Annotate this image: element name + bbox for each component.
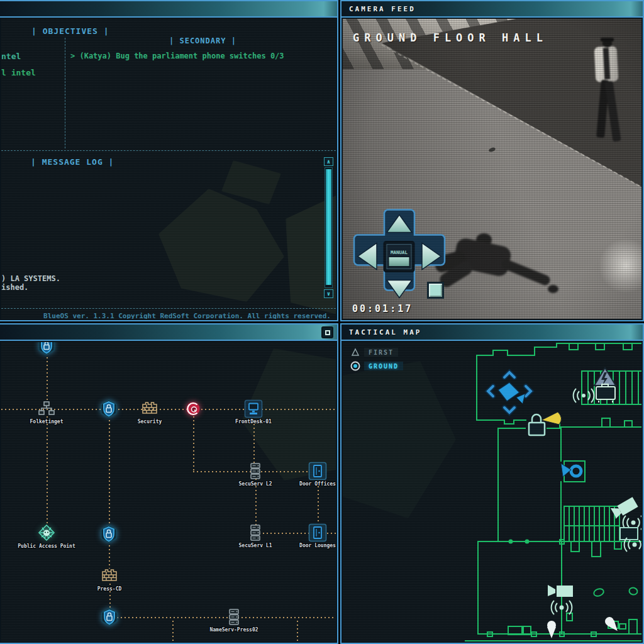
hub-icon — [37, 399, 56, 418]
firewall-icon — [100, 567, 119, 586]
net-edge — [47, 416, 48, 526]
camera-feed-panel: CAMERA FEED — [340, 0, 644, 321]
scroll-up-button[interactable]: ∧ — [324, 157, 333, 166]
net-node-lock-2[interactable] — [99, 525, 118, 543]
net-node-label: SecuServ L1 — [239, 543, 272, 548]
objectives-divider — [65, 38, 65, 148]
shield-lock-icon — [99, 399, 118, 418]
door-icon — [308, 523, 327, 542]
door-icon — [308, 462, 327, 480]
net-node-public-access-point[interactable]: Public Access Point — [37, 524, 56, 543]
network-graph: FolketingetSecurityFrontDesk-01SecuServ … — [1, 342, 336, 641]
net-node-door-lounges[interactable]: Door Lounges — [308, 523, 327, 542]
shield-lock-icon — [37, 342, 56, 355]
net-node-secuserv-l1[interactable]: SecuServ L1 — [246, 523, 265, 542]
os-panel: | OBJECTIVES | ntel l intel | SECONDARY … — [0, 0, 338, 321]
net-node-label: Security — [138, 419, 162, 425]
net-node-door-offices[interactable]: Door Offices — [308, 462, 327, 480]
security-camera-blue-icon — [561, 464, 581, 477]
server-icon — [225, 608, 243, 626]
server-icon — [246, 523, 265, 542]
floor-ground-label: GROUND — [364, 362, 403, 370]
scrollbar-track[interactable] — [325, 167, 333, 288]
floor-first-label: FIRST — [364, 348, 398, 357]
server-icon — [246, 462, 265, 480]
maximize-button[interactable] — [321, 326, 333, 338]
net-node-press-cd[interactable]: Press-CD — [100, 567, 119, 586]
cctv-image: GROUND FLOOR HALL — [343, 19, 641, 319]
bug-icon — [37, 524, 56, 543]
primary-objective: ntel — [1, 52, 21, 61]
message-log-line: ) LA SYSTEMS. — [1, 274, 60, 283]
maximize-icon — [325, 330, 330, 335]
net-node-watcher[interactable] — [184, 399, 203, 418]
net-edge — [172, 621, 174, 641]
net-node-frontdesk-01[interactable]: FrontDesk-01 — [244, 399, 263, 418]
floor-circle-icon — [350, 361, 360, 371]
light-flare — [599, 236, 641, 296]
section-divider — [1, 150, 336, 151]
net-node-security[interactable]: Security — [140, 399, 159, 418]
floor-plan — [343, 342, 641, 641]
net-node-secuserv-l2[interactable]: SecuServ L2 — [246, 462, 265, 480]
smoke-blob — [221, 160, 281, 204]
net-edge — [47, 353, 48, 401]
camera-panel-header: CAMERA FEED — [341, 1, 643, 18]
net-edge — [109, 416, 110, 526]
camera-panel-title: CAMERA FEED — [349, 5, 416, 13]
net-node-label: SecuServ L2 — [239, 481, 272, 487]
net-edge — [193, 416, 194, 471]
net-edge — [297, 621, 298, 641]
guard-marker — [547, 621, 556, 638]
message-log-line: ished. — [1, 283, 28, 292]
floor-select-first[interactable]: FIRST — [350, 347, 398, 357]
net-node-lock-top[interactable] — [37, 342, 56, 355]
camera-timestamp: 00:01:17 — [352, 303, 413, 314]
net-node-lock-3[interactable] — [100, 608, 119, 626]
floor-select-ground[interactable]: GROUND — [350, 361, 403, 371]
net-node-label: Press-CD — [97, 586, 122, 592]
net-node-label: Door Lounges — [299, 543, 336, 548]
computer-icon — [244, 399, 263, 418]
net-node-nameserv-press02[interactable]: NameServ-Press02 — [225, 608, 243, 626]
net-node-label: FrontDesk-01 — [235, 419, 272, 425]
shield-lock-icon — [99, 525, 118, 543]
cctv-camera-icon — [548, 585, 573, 597]
floor-debris — [488, 147, 496, 152]
secondary-title: | SECONDARY | — [169, 36, 236, 45]
player-marker — [488, 372, 531, 413]
net-node-label: Folketinget — [30, 419, 64, 425]
floor-triangle-icon — [350, 347, 360, 357]
tactical-map-panel: TACTICAL MAP — [340, 323, 644, 644]
tactical-panel-body: FIRST GROUND — [343, 342, 641, 641]
camera-location-label: GROUND FLOOR HALL — [353, 31, 548, 44]
network-panel-header — [0, 325, 337, 341]
camera-panel-body: GROUND FLOOR HALL — [343, 19, 641, 319]
net-node-label: Public Access Point — [18, 543, 75, 549]
shield-lock-icon — [100, 608, 119, 626]
secondary-objective: > (Katya) Bug the parliament phone switc… — [70, 52, 284, 60]
os-panel-body: | OBJECTIVES | ntel l intel | SECONDARY … — [1, 19, 336, 319]
status-divider — [1, 308, 336, 309]
objectives-title: | OBJECTIVES | — [31, 26, 109, 36]
scroll-down-button[interactable]: ∨ — [324, 289, 333, 298]
net-edge — [109, 541, 110, 569]
guard-figure — [585, 35, 641, 164]
network-map-panel: FolketingetSecurityFrontDesk-01SecuServ … — [0, 323, 338, 644]
status-bar: BlueOS ver. 1.3.1 Copyright RedSoft Corp… — [43, 312, 331, 319]
game-screen: | OBJECTIVES | ntel l intel | SECONDARY … — [0, 0, 644, 644]
firewall-icon — [140, 399, 159, 418]
network-panel-body: FolketingetSecurityFrontDesk-01SecuServ … — [1, 342, 336, 641]
net-node-folketinget[interactable]: Folketinget — [37, 399, 56, 418]
net-node-lock-1[interactable] — [99, 399, 118, 418]
camera-snapshot-button[interactable] — [427, 282, 444, 299]
tactical-panel-header: TACTICAL MAP — [341, 325, 643, 341]
unconscious-body-figure — [437, 230, 585, 319]
smoke-blob — [158, 189, 284, 302]
wifi-signal-icon — [574, 389, 594, 402]
net-node-label: Door Offices — [299, 481, 336, 487]
manual-mode-button[interactable]: MANUAL — [384, 242, 414, 272]
eye-icon — [184, 399, 203, 418]
scrollbar-thumb[interactable] — [326, 169, 331, 285]
svg-text:MANUAL: MANUAL — [391, 250, 408, 255]
